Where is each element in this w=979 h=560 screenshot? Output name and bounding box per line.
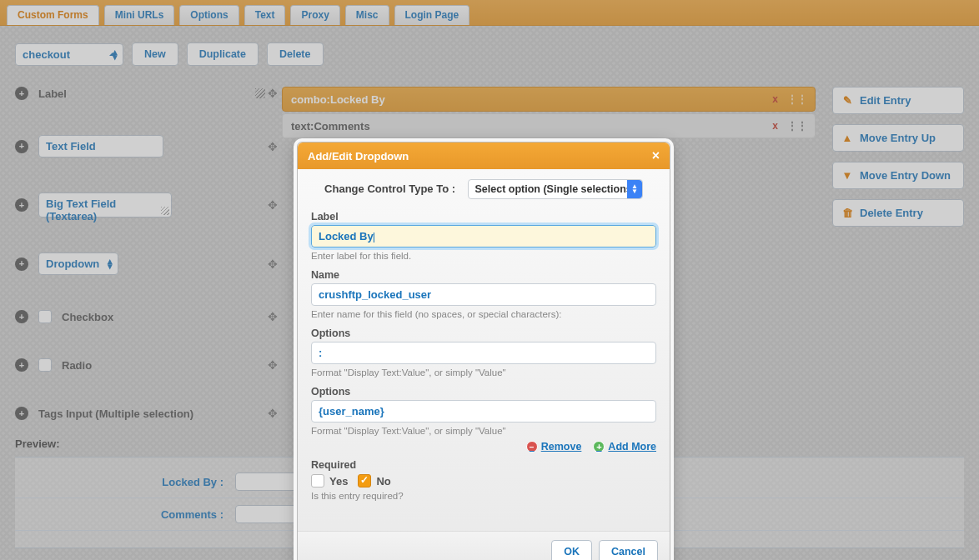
name-input[interactable]: crushftp_locked_user [311,283,656,306]
name-help: Enter name for this field (no spaces, or… [311,309,656,319]
cancel-button[interactable]: Cancel [599,540,658,560]
add-icon: + [593,441,605,452]
select-arrows-icon: ▲▼ [627,180,642,198]
button-label: OK [564,546,580,558]
change-type-select[interactable]: Select option (Single selections) ▲▼ [468,179,643,199]
modal-header: Add/Edit Dropdown × [298,142,670,169]
label-input[interactable]: Locked By [311,225,656,248]
yes-label: Yes [329,475,348,488]
options-help-2: Format "Display Text:Value", or simply "… [311,426,656,436]
name-label: Name [311,269,656,281]
label-label: Label [311,211,656,222]
remove-label: Remove [541,441,582,452]
required-help: Is this entry required? [311,491,656,501]
option1-value: : [319,347,322,359]
label-value: Locked By [319,230,374,242]
required-label: Required [311,459,656,471]
change-type-label: Change Control Type To : [324,182,455,195]
no-label: No [376,475,390,488]
options-help-1: Format "Display Text:Value", or simply "… [311,368,656,378]
modal-title: Add/Edit Dropdown [308,150,409,162]
remove-option-link[interactable]: − Remove [526,441,582,452]
add-more-option-link[interactable]: + Add More [593,441,656,452]
close-icon[interactable]: × [652,148,660,163]
option-input-2[interactable]: {user_name} [311,400,656,422]
options-label-2: Options [311,386,656,398]
button-label: Cancel [611,546,645,558]
name-value: crushftp_locked_user [319,288,431,301]
change-type-value: Select option (Single selections) [475,183,635,195]
remove-icon: − [526,441,538,452]
label-help: Enter label for this field. [311,251,656,261]
required-yes-checkbox[interactable] [311,474,324,488]
edit-dropdown-modal: Add/Edit Dropdown × Change Control Type … [297,142,670,560]
ok-button[interactable]: OK [551,540,592,560]
add-more-label: Add More [608,441,656,452]
required-no-checkbox[interactable] [358,474,371,488]
change-type-row: Change Control Type To : Select option (… [311,179,656,199]
option-input-1[interactable]: : [311,342,656,364]
options-label-1: Options [311,328,656,339]
option2-value: {user_name} [319,405,384,418]
